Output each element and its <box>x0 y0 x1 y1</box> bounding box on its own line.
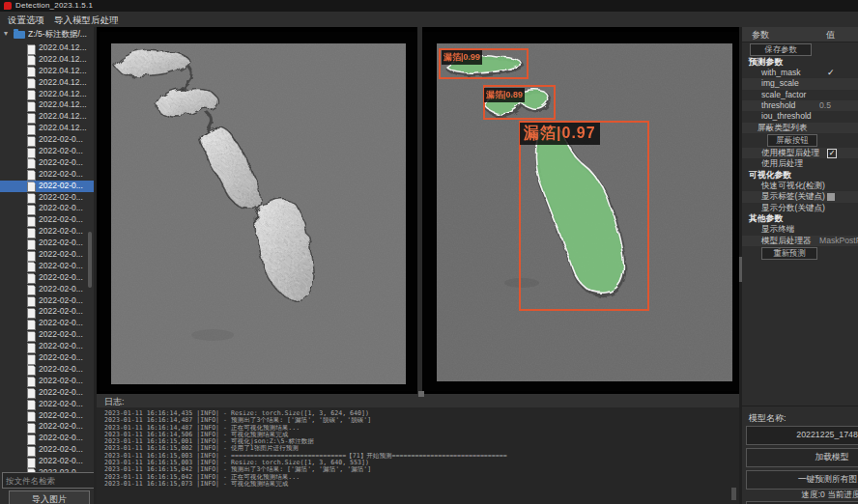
chevron-down-icon[interactable]: ▾ <box>4 29 8 38</box>
log-line: 2023-01-11 16:16:14,487 |INFO| - 预测出了3个结… <box>104 417 732 424</box>
tree-item[interactable]: 2022-02-0... <box>0 399 94 410</box>
tree-item[interactable]: 2022-02-0... <box>0 146 94 157</box>
tree-item[interactable]: 2022-02-0... <box>0 352 94 364</box>
tree-item-label: 2022-02-0... <box>39 261 91 272</box>
param-row[interactable]: threshold0.5 <box>742 100 858 111</box>
tree-item[interactable]: 2022-02-0... <box>0 329 94 341</box>
param-row[interactable]: iou_threshold <box>742 111 858 122</box>
tree-item[interactable]: 2022-02-0... <box>0 410 94 422</box>
title-bar: Detection_2023.1.5.1 <box>0 0 858 12</box>
param-button[interactable]: 保存参数 <box>750 43 812 56</box>
source-image-canvas[interactable] <box>111 43 406 384</box>
tree-item[interactable]: 2022-02-0... <box>0 387 94 399</box>
tree-item[interactable]: 2022-02-0... <box>0 376 94 387</box>
tree-item-label: 2022-02-0... <box>39 433 91 444</box>
tree-item-label: 2022.04.12... <box>39 42 91 54</box>
prediction-image-panel: 漏箔|0.99 漏箔|0.89 漏箔|0.97 <box>422 32 739 391</box>
tree-item-label: 2022-02-0... <box>39 284 91 295</box>
menu-item-settings[interactable]: 设置选项 <box>5 14 47 28</box>
tree-item[interactable]: 2022-02-0... <box>0 318 94 329</box>
tree-item[interactable]: 2022-02-0... <box>0 433 94 444</box>
tree-item[interactable]: 2022-02-0... <box>0 261 94 272</box>
tree-item-label: 2022-02-0... <box>39 456 91 467</box>
tree-item[interactable]: 2022-02-0... <box>0 421 94 433</box>
param-row[interactable]: img_scale <box>742 78 858 89</box>
param-row[interactable]: with_mask✓ <box>742 68 858 78</box>
tree-item-label: 2022-02-0... <box>39 376 91 387</box>
tree-item-label: 2022-02-0... <box>39 272 91 284</box>
param-button[interactable]: 屏蔽按钮 <box>767 134 817 147</box>
tree-item[interactable]: 2022.04.12... <box>0 77 94 89</box>
log-scrollbar[interactable] <box>731 488 736 500</box>
param-section-header: 其他参数 <box>742 213 858 224</box>
load-model-button[interactable]: 加载模型 <box>746 448 858 467</box>
file-icon <box>27 193 36 204</box>
log-panel[interactable]: 2023-01-11 16:16:14,435 |INFO| - Resize:… <box>97 394 739 504</box>
param-row[interactable]: 模型后处理器MaskPostPro <box>742 236 858 246</box>
tree-item[interactable]: 2022.04.12... <box>0 89 94 100</box>
params-table-header: 参数 值 <box>742 27 858 42</box>
tree-item-label: 2022.04.12... <box>39 77 91 89</box>
tree-item[interactable]: 2022-02-0... <box>0 214 94 226</box>
tree-item[interactable]: 2022-02-0... <box>0 181 94 192</box>
file-tree-panel: ▾ Z:/5-标注数据/... 2022.04.12...2022.04.12.… <box>0 27 94 504</box>
param-section-header: 可视化参数 <box>742 170 858 181</box>
param-button[interactable]: 重新预测 <box>761 247 817 260</box>
checkbox-checked-icon[interactable]: ✓ <box>827 149 837 158</box>
param-row[interactable]: 显示分数(关键点) <box>742 203 858 213</box>
tree-item[interactable]: 2022-02-0... <box>0 169 94 181</box>
tree-scrollbar[interactable] <box>88 232 92 288</box>
file-icon <box>27 136 36 147</box>
param-row[interactable]: 显示标签(关键点) <box>742 191 858 202</box>
param-row[interactable]: 快速可视化(检测) <box>742 181 858 191</box>
log-line: 2023-01-11 16:16:15,003 |INFO| - Resize:… <box>104 460 732 466</box>
tree-item[interactable]: 2022-02-0... <box>0 456 94 467</box>
splitter-grip[interactable] <box>418 391 424 397</box>
tree-item[interactable]: 2022-02-0... <box>0 157 94 169</box>
tree-item[interactable]: 2022.04.12... <box>0 54 94 66</box>
param-row[interactable]: 使用后处理 <box>742 158 858 169</box>
tree-item[interactable]: 2022-02-0... <box>0 444 94 456</box>
file-icon <box>27 182 36 192</box>
tree-item[interactable]: 2022-02-0... <box>0 192 94 204</box>
import-images-button[interactable]: 导入图片 <box>9 490 90 504</box>
param-row[interactable]: 使用模型后处理✓ <box>742 148 858 158</box>
tree-item[interactable]: 2022-02-0... <box>0 249 94 261</box>
source-image-panel <box>100 32 417 391</box>
param-row[interactable]: scale_factor <box>742 90 858 100</box>
tree-root[interactable]: ▾ Z:/5-标注数据/... <box>0 29 94 41</box>
model-name-label: 模型名称: <box>749 412 786 425</box>
file-icon <box>27 273 36 284</box>
tree-item[interactable]: 2022-02-0... <box>0 226 94 238</box>
file-icon <box>27 205 36 215</box>
predict-all-button[interactable]: 一键预测所有图片 <box>746 470 858 490</box>
menu-item-import-postprocess[interactable]: 导入模型后处理 <box>51 14 122 28</box>
tree-item[interactable]: 2022-02-0... <box>0 364 94 376</box>
log-line: 2023-01-11 16:16:15,042 |INFO| - 正在可视化预测… <box>104 474 732 481</box>
tree-item[interactable]: 2022-02-0... <box>0 341 94 352</box>
tree-item[interactable]: 2022-02-0... <box>0 238 94 249</box>
file-icon <box>27 148 36 158</box>
tree-item[interactable]: 2022-02-0... <box>0 272 94 284</box>
checkbox-unchecked-icon[interactable] <box>827 193 835 201</box>
model-name-field[interactable]: 20221225_174813 <box>746 426 858 445</box>
tree-item[interactable]: 2022.04.12... <box>0 66 94 77</box>
tree-item[interactable]: 2022-02-0... <box>0 203 94 214</box>
filename-search-input[interactable] <box>2 472 97 489</box>
tree-item[interactable]: 2022-02-0... <box>0 284 94 295</box>
param-label: 显示分数(关键点) <box>761 203 825 213</box>
tree-item[interactable]: 2022.04.12... <box>0 99 94 111</box>
param-row[interactable]: 屏蔽类型列表 <box>742 123 858 133</box>
checkmark-icon[interactable]: ✓ <box>827 68 835 78</box>
file-icon <box>27 239 36 250</box>
tree-item[interactable]: 2022.04.12... <box>0 111 94 123</box>
tree-item[interactable]: 2022.04.12... <box>0 42 94 54</box>
file-icon <box>27 423 36 434</box>
menu-bar: 设置选项 导入模型后处理 <box>0 12 858 28</box>
tree-item[interactable]: 2022-02-0... <box>0 306 94 318</box>
param-row[interactable]: 显示终端 <box>742 224 858 235</box>
tree-item[interactable]: 2022-02-0... <box>0 295 94 307</box>
tree-item[interactable]: 2022-02-0... <box>0 134 94 146</box>
param-label: 模型后处理器 <box>761 236 812 246</box>
tree-item[interactable]: 2022.04.12... <box>0 123 94 134</box>
